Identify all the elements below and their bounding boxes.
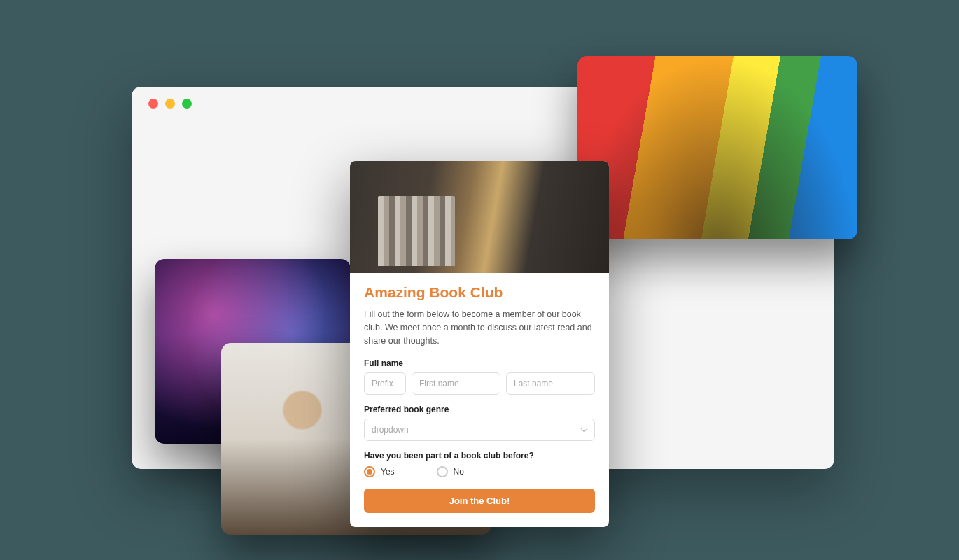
fullname-row — [364, 372, 595, 395]
genre-label: Preferred book genre — [364, 405, 595, 414]
first-name-input[interactable] — [412, 372, 500, 395]
form-description: Fill out the form below to become a memb… — [364, 308, 595, 347]
window-close-icon[interactable] — [148, 99, 158, 108]
submit-button[interactable]: Join the Club! — [364, 489, 595, 513]
genre-select-wrap: dropdown — [364, 419, 595, 441]
prefix-input[interactable] — [364, 372, 406, 395]
signup-form-card: Amazing Book Club Fill out the form belo… — [350, 161, 609, 527]
radio-yes-dot — [364, 466, 375, 477]
radio-yes[interactable]: Yes — [364, 466, 395, 477]
window-maximize-icon[interactable] — [182, 99, 192, 108]
prior-club-label: Have you been part of a book club before… — [364, 451, 595, 461]
radio-no-dot — [437, 466, 448, 477]
window-minimize-icon[interactable] — [165, 99, 175, 108]
decorative-image-flag — [578, 56, 858, 239]
radio-no-label: No — [454, 467, 464, 477]
radio-no[interactable]: No — [437, 466, 464, 477]
radio-yes-label: Yes — [381, 467, 395, 477]
genre-select[interactable]: dropdown — [364, 419, 595, 441]
last-name-input[interactable] — [506, 372, 595, 395]
form-body: Amazing Book Club Fill out the form belo… — [350, 273, 609, 527]
fullname-label: Full name — [364, 358, 595, 368]
form-title: Amazing Book Club — [364, 284, 595, 301]
prior-club-radios: Yes No — [364, 466, 595, 477]
form-hero-image — [350, 161, 609, 273]
